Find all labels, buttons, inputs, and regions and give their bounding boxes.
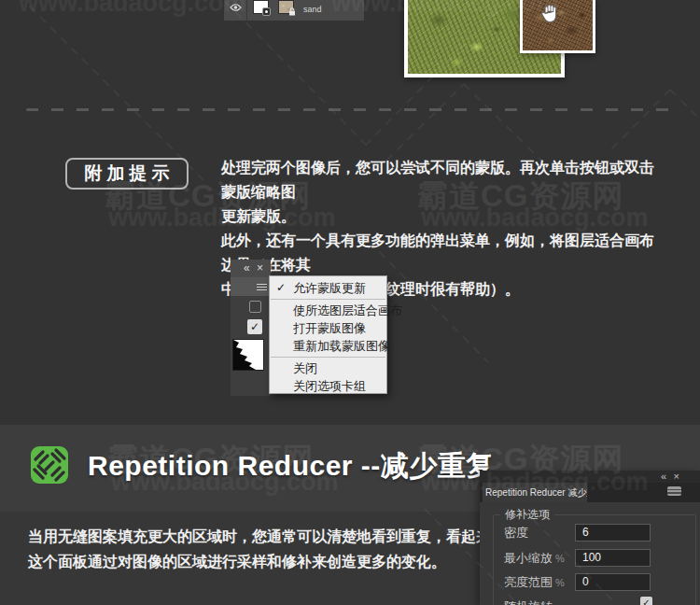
random-rotation-checkbox[interactable]: ✓ [640, 597, 652, 605]
checkbox-unchecked[interactable] [249, 301, 261, 313]
tip-line: 处理完两个图像后，您可以尝试不同的蒙版。再次单击按钮或双击蒙版缩略图 [221, 156, 665, 204]
brightness-range-input[interactable]: 0 [575, 573, 651, 591]
hand-cursor-icon [538, 1, 563, 26]
context-menu: ✓ 允许蒙版更新 使所选图层适合画布 打开蒙版图像 重新加载蒙版图像 关闭 关闭… [269, 275, 387, 394]
repetition-reducer-panel: « × Repetition Reducer 减少重复 修补选项 密度 6 最小… [480, 471, 700, 605]
layer-mask-thumbnail[interactable] [253, 0, 269, 14]
patch-options-label: 修补选项 [500, 508, 554, 521]
close-icon[interactable]: × [674, 471, 679, 483]
page: sand 附加提示 处理完两个图像后，您可以尝试不同的蒙版。再次单击按钮或双击蒙… [0, 0, 700, 605]
min-scale-input[interactable]: 100 [575, 549, 651, 567]
section-title: Repetition Reducer --减少重复 [88, 448, 495, 484]
panel-titlebar: « × [231, 260, 271, 277]
mask-badge-icon [262, 7, 271, 16]
density-label: 密度 [504, 524, 528, 542]
checkmark-icon: ✓ [642, 598, 650, 605]
repetition-reducer-logo-icon [31, 446, 68, 484]
layer-visibility-eye-icon[interactable] [230, 3, 242, 12]
layer-name-label: sand [303, 5, 322, 14]
percent-unit: % [555, 553, 565, 564]
section-description: 当用无缝图案填充更大的区域时，您通常可以清楚地看到重复，看起来不太大。 这个面板… [28, 524, 551, 574]
layers-panel-fragment: sand [224, 0, 364, 21]
panel-titlebar: « × [480, 471, 700, 483]
close-icon[interactable]: × [257, 261, 263, 274]
checkbox-checked[interactable]: ✓ [247, 319, 262, 334]
checkmark-icon: ✓ [276, 279, 286, 297]
min-scale-label: 最小缩放% [504, 549, 565, 568]
menu-item-allow-mask-update[interactable]: ✓ 允许蒙版更新 [270, 279, 386, 297]
description-line: 当用无缝图案填充更大的区域时，您通常可以清楚地看到重复，看起来不太大。 [28, 524, 551, 549]
description-line: 这个面板通过对图像的区域进行采样和修补来创造更多的变化。 [28, 549, 551, 574]
layer-texture-thumbnail[interactable] [278, 0, 294, 14]
menu-separator [271, 357, 385, 358]
collapse-icon[interactable]: « [244, 261, 250, 274]
panel-tab[interactable]: Repetition Reducer 减少重复 [483, 483, 587, 502]
random-rotation-label: 随机旋转 [504, 598, 553, 605]
menu-separator [271, 299, 385, 300]
mask-preview-thumbnail[interactable] [232, 339, 264, 371]
panel-menu-icon[interactable] [257, 284, 267, 290]
tip-badge: 附加提示 [65, 158, 189, 190]
density-input[interactable]: 6 [575, 524, 651, 542]
watermark-url: www.badaocg.com [19, 0, 246, 18]
dashed-divider [26, 108, 674, 111]
percent-unit: % [555, 577, 565, 588]
brightness-range-label: 亮度范围% [504, 573, 565, 592]
menu-item-close-tab-group[interactable]: 关闭选项卡组 [270, 377, 386, 395]
collapse-icon[interactable]: « [661, 471, 666, 483]
panel-tabbar: Repetition Reducer 减少重复 [480, 483, 700, 502]
menu-item-close[interactable]: 关闭 [270, 359, 386, 377]
checkmark-icon: ✓ [250, 320, 259, 333]
lock-badge-icon [288, 7, 296, 16]
menu-item-reload-mask-image[interactable]: 重新加载蒙版图像 [270, 337, 386, 355]
tip-line: 此外，还有一个具有更多功能的弹出菜单，例如，将图层适合画布边界（在将其 [221, 229, 665, 277]
mask-shape [233, 340, 263, 370]
divider [246, 0, 247, 21]
menu-item-open-mask-image[interactable]: 打开蒙版图像 [270, 319, 386, 337]
mask-panel-fragment: « × ✓ [231, 260, 271, 396]
panel-menu-icon[interactable] [667, 486, 681, 496]
menu-item-fit-layers-to-canvas[interactable]: 使所选图层适合画布 [270, 302, 386, 319]
tip-line: 更新蒙版。 [221, 204, 665, 229]
